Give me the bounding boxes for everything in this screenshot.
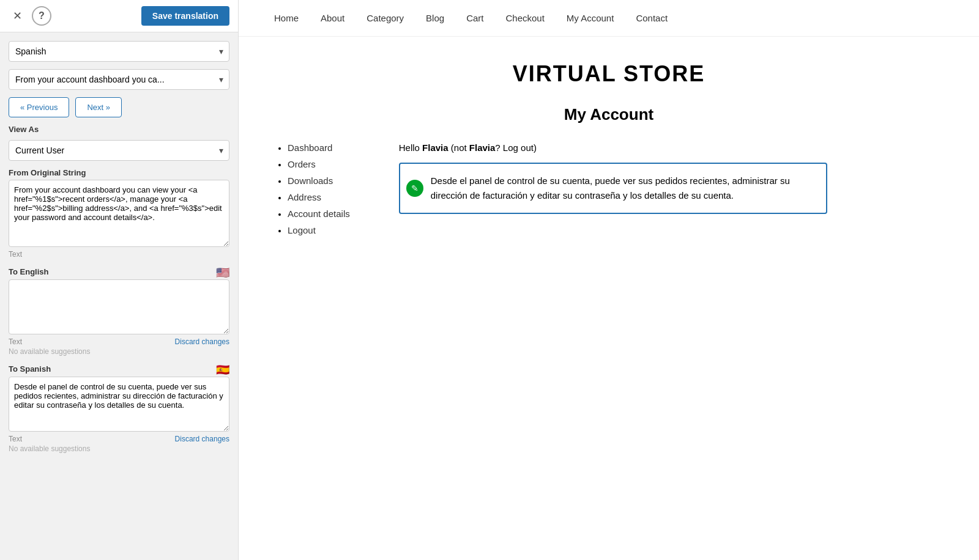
- next-button[interactable]: Next »: [75, 97, 122, 117]
- menu-account-details[interactable]: Account details: [288, 208, 350, 219]
- account-main: Hello Flavia (not Flavia? Log out) ✎ Des…: [399, 142, 942, 241]
- original-type-label: Text: [9, 250, 22, 259]
- menu-address[interactable]: Address: [288, 192, 321, 202]
- spanish-no-suggestions: No available suggestions: [9, 444, 229, 453]
- language-select-wrapper: Spanish ▾: [9, 41, 229, 62]
- english-flag-icon: 🇺🇸: [216, 266, 229, 279]
- page-heading: My Account: [275, 105, 942, 124]
- hello-middle: (not: [449, 142, 469, 153]
- view-as-select[interactable]: Current User: [9, 140, 229, 161]
- original-string-textarea[interactable]: [9, 180, 229, 247]
- language-select[interactable]: Spanish: [9, 41, 229, 62]
- account-layout: Dashboard Orders Downloads Address Accou…: [275, 142, 942, 241]
- site-navigation: Home About Category Blog Cart Checkout M…: [239, 0, 979, 37]
- nav-cart[interactable]: Cart: [455, 0, 494, 37]
- menu-downloads[interactable]: Downloads: [288, 175, 333, 186]
- hello-prefix: Hello: [399, 142, 422, 153]
- edit-icon: ✎: [406, 180, 423, 197]
- site-preview: Home About Category Blog Cart Checkout M…: [239, 0, 979, 560]
- menu-orders[interactable]: Orders: [288, 159, 316, 169]
- to-english-section: To English 🇺🇸 Text Discard changes No av…: [9, 266, 229, 356]
- from-original-label: From Original String: [9, 168, 229, 177]
- site-title: VIRTUAL STORE: [275, 61, 942, 87]
- hello-username2: Flavia: [469, 142, 496, 153]
- nav-about[interactable]: About: [310, 0, 355, 37]
- help-icon: ?: [39, 10, 45, 21]
- to-english-textarea[interactable]: [9, 279, 229, 334]
- pencil-icon: ✎: [411, 182, 419, 195]
- nav-checkout[interactable]: Checkout: [494, 0, 555, 37]
- close-icon: ✕: [13, 9, 22, 23]
- view-as-select-wrapper: Current User ▾: [9, 140, 229, 161]
- previous-button[interactable]: « Previous: [9, 97, 69, 117]
- menu-logout[interactable]: Logout: [288, 225, 316, 235]
- toolbar: ✕ ? Save translation: [0, 0, 238, 32]
- save-translation-button[interactable]: Save translation: [141, 6, 229, 26]
- nav-blog[interactable]: Blog: [415, 0, 455, 37]
- nav-buttons: « Previous Next »: [9, 97, 229, 117]
- string-select[interactable]: From your account dashboard you ca...: [9, 69, 229, 90]
- spanish-discard-link[interactable]: Discard changes: [175, 435, 229, 443]
- help-button[interactable]: ?: [32, 6, 51, 26]
- nav-category[interactable]: Category: [355, 0, 415, 37]
- spanish-flag-icon: 🇪🇸: [216, 363, 229, 377]
- nav-home[interactable]: Home: [263, 0, 310, 37]
- account-menu: Dashboard Orders Downloads Address Accou…: [275, 142, 350, 241]
- to-english-header: To English 🇺🇸: [9, 266, 229, 279]
- translated-text: Desde el panel de control de su cuenta, …: [431, 175, 790, 201]
- to-spanish-label: To Spanish: [9, 364, 51, 374]
- to-spanish-section: To Spanish 🇪🇸 Text Discard changes No av…: [9, 363, 229, 453]
- english-field-meta: Text Discard changes: [9, 337, 229, 346]
- original-field-meta: Text: [9, 250, 229, 259]
- to-spanish-textarea[interactable]: [9, 377, 229, 432]
- english-type-label: Text: [9, 337, 22, 346]
- english-discard-link[interactable]: Discard changes: [175, 337, 229, 346]
- translation-panel: ✕ ? Save translation Spanish ▾ From your…: [0, 0, 239, 560]
- site-content: VIRTUAL STORE My Account Dashboard Order…: [239, 37, 979, 560]
- nav-contact[interactable]: Contact: [625, 0, 679, 37]
- english-no-suggestions: No available suggestions: [9, 347, 229, 356]
- hello-text: Hello Flavia (not Flavia? Log out): [399, 142, 942, 153]
- spanish-type-label: Text: [9, 435, 22, 443]
- string-select-wrapper: From your account dashboard you ca... ▾: [9, 69, 229, 90]
- panel-body: Spanish ▾ From your account dashboard yo…: [0, 32, 238, 462]
- translated-text-block: ✎ Desde el panel de control de su cuenta…: [399, 163, 827, 214]
- spanish-field-meta: Text Discard changes: [9, 435, 229, 443]
- menu-dashboard[interactable]: Dashboard: [288, 142, 332, 153]
- hello-username: Flavia: [422, 142, 449, 153]
- to-spanish-header: To Spanish 🇪🇸: [9, 363, 229, 377]
- nav-my-account[interactable]: My Account: [556, 0, 625, 37]
- to-english-label: To English: [9, 267, 48, 276]
- close-button[interactable]: ✕: [9, 7, 26, 24]
- hello-suffix: ? Log out): [495, 142, 537, 153]
- from-original-section: From Original String Text: [9, 168, 229, 259]
- view-as-label: View As: [9, 125, 229, 134]
- view-as-section: View As Current User ▾: [9, 125, 229, 161]
